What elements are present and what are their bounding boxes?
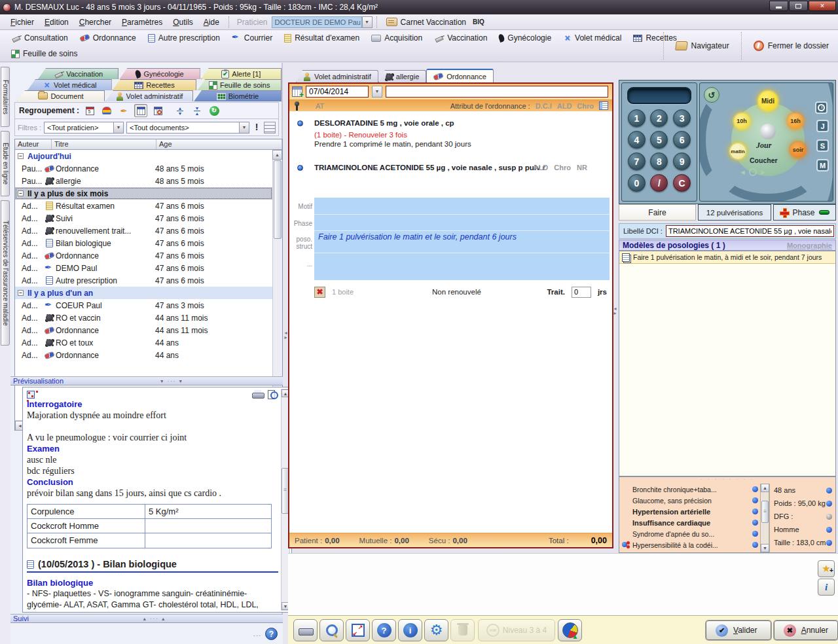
- keypad-key[interactable]: 6: [673, 131, 691, 149]
- help-button[interactable]: ?: [372, 619, 396, 641]
- info-button[interactable]: i: [398, 619, 422, 641]
- jour-sphere-icon[interactable]: [760, 124, 776, 139]
- collapse-icon[interactable]: −: [18, 153, 24, 159]
- rx-bullet-icon[interactable]: [297, 120, 303, 126]
- keypad-key[interactable]: 1: [628, 109, 646, 127]
- calendar-plus-icon[interactable]: [292, 86, 302, 97]
- splitter-dots[interactable]: · · · · · · · ·: [619, 477, 835, 484]
- clock-button[interactable]: [815, 101, 828, 114]
- rail-tab-formulaires[interactable]: Formulaires: [1, 67, 10, 127]
- column-titre[interactable]: Titre: [52, 139, 156, 149]
- navigateur-button[interactable]: Navigateur: [670, 39, 735, 53]
- menu-item[interactable]: Chercher: [74, 16, 117, 29]
- menu-item[interactable]: Outils: [168, 16, 198, 29]
- documents-filter-select[interactable]: <Tout documents> ▼: [126, 122, 249, 134]
- fit-zoom-icon[interactable]: [27, 391, 35, 399]
- jour-unit-button[interactable]: J: [816, 120, 829, 132]
- status-dot-icon[interactable]: [752, 542, 758, 548]
- toolbar-button[interactable]: Vaccination: [429, 32, 492, 44]
- valider-button[interactable]: ✔ Valider: [706, 620, 771, 640]
- phase-field[interactable]: [314, 215, 610, 231]
- status-dot-icon[interactable]: [826, 514, 832, 520]
- table-row[interactable]: Ad... RO et vaccin 44 ans 11 mois: [15, 312, 272, 324]
- menu-item[interactable]: Paramètres: [117, 16, 168, 29]
- table-row[interactable]: Ad... RO et toux 44 ans: [15, 336, 272, 349]
- prev-icon[interactable]: ◄: [739, 168, 746, 176]
- dci-flag[interactable]: D.C.I: [536, 102, 552, 110]
- phase-button[interactable]: Phase: [773, 204, 836, 221]
- splitter-handle-icon[interactable]: ▴ ··· ▴: [29, 616, 280, 622]
- keypad-key[interactable]: 8: [650, 152, 668, 170]
- toolbar-button[interactable]: Acquisition: [367, 32, 427, 44]
- 10h-sun-button[interactable]: 10h: [734, 113, 750, 129]
- pulverisations-button[interactable]: 12 pulvérisations: [698, 204, 771, 221]
- ald-flag[interactable]: ALD: [557, 102, 572, 110]
- panel-splitter[interactable]: ◂▸: [613, 306, 617, 315]
- dial-nav-controls[interactable]: ◄ ►: [739, 168, 767, 176]
- fullscreen-button[interactable]: ↗↙: [346, 619, 370, 641]
- menu-item[interactable]: Fichier: [5, 16, 39, 29]
- problem-item[interactable]: Hypertension artérielle: [619, 506, 760, 517]
- 16h-sun-button[interactable]: 16h: [788, 113, 803, 129]
- panel-tab[interactable]: Volet médical: [27, 79, 112, 90]
- toolbar-button[interactable]: Volet médical: [558, 32, 626, 44]
- date-input[interactable]: [306, 86, 369, 98]
- table-row[interactable]: Ad... Autre prescription 47 ans 6 mois: [15, 274, 272, 287]
- status-dot-icon[interactable]: [752, 486, 758, 492]
- toolbar-button[interactable]: Ordonnance: [75, 32, 141, 44]
- problem-item[interactable]: Syndrome d'apnée du so...: [619, 528, 760, 539]
- print-button[interactable]: [293, 619, 318, 641]
- posologie-model-item[interactable]: Faire 1 pulvérisation le matin, à midi e…: [619, 251, 835, 264]
- table-row[interactable]: Ad... renouvellement trait... 47 ans 6 m…: [15, 224, 272, 237]
- table-row[interactable]: Ad... Bilan biologique 47 ans 6 mois: [15, 237, 272, 249]
- important-filter-icon[interactable]: !: [252, 122, 261, 134]
- table-row[interactable]: Ad... Ordonnance 44 ans: [15, 349, 272, 361]
- table-row[interactable]: Ad... Ordonnance 44 ans 11 mois: [15, 324, 272, 336]
- stats-button[interactable]: [558, 619, 582, 641]
- toolbar-button[interactable]: Consultation: [7, 32, 73, 44]
- collapse-icon[interactable]: −: [18, 290, 24, 296]
- favorites-button[interactable]: ★: [818, 560, 835, 577]
- list-view-icon[interactable]: [599, 101, 608, 110]
- motif-field[interactable]: [314, 198, 610, 215]
- fermer-dossier-button[interactable]: Fermer le dossier: [748, 38, 834, 54]
- splitter-handle-icon[interactable]: ▾ ··· ▾: [64, 378, 280, 384]
- biq-button[interactable]: BIQ: [473, 18, 484, 26]
- keypad-key[interactable]: /: [650, 174, 668, 192]
- status-dot-icon[interactable]: [826, 540, 832, 546]
- scroll-up-icon[interactable]: ▲: [272, 150, 282, 160]
- delete-box-icon[interactable]: ✖: [314, 287, 325, 298]
- status-dot-icon[interactable]: [826, 527, 832, 533]
- dropdown-arrow-icon[interactable]: ▼: [113, 122, 123, 133]
- coucher-button[interactable]: Coucher: [750, 156, 778, 164]
- scroll-thumb[interactable]: [274, 160, 282, 239]
- table-row[interactable]: Pau... allergie 48 ans 5 mois: [15, 175, 272, 187]
- group-by-type-button[interactable]: [100, 104, 113, 117]
- keypad-key[interactable]: 2: [650, 109, 668, 127]
- table-row[interactable]: Pau... Ordonnance 48 ans 5 mois: [15, 162, 272, 175]
- collapse-all-button[interactable]: ▼▲: [191, 104, 204, 117]
- group-calendar-button[interactable]: [134, 104, 147, 117]
- extra-field[interactable]: [314, 253, 610, 280]
- nav-center-icon[interactable]: [749, 168, 757, 176]
- problem-item[interactable]: Hypersensibilité à la codéi...: [619, 539, 760, 550]
- panel-tab[interactable]: Gynécologie: [119, 68, 200, 79]
- keypad-key[interactable]: C: [673, 174, 691, 192]
- panel-tab[interactable]: Volet administratif: [105, 90, 193, 101]
- status-dot-icon[interactable]: [752, 520, 758, 526]
- keypad-key[interactable]: 3: [673, 109, 691, 127]
- problem-item[interactable]: Bronchite chronique+taba...: [619, 484, 760, 495]
- suivi-splitter[interactable]: Suivi ▴ ··· ▴: [10, 614, 283, 623]
- menu-item[interactable]: Edition: [39, 16, 74, 29]
- scroll-up-icon[interactable]: ▲: [761, 484, 769, 492]
- problem-item[interactable]: Insuffisance cardiaque: [619, 517, 760, 528]
- table-row[interactable]: Ad... Suivi 47 ans 6 mois: [15, 212, 272, 224]
- praticien-filter-select[interactable]: <Tout praticien> ▼: [44, 122, 124, 134]
- soir-sun-button[interactable]: soir: [790, 142, 806, 158]
- minimize-button[interactable]: [769, 1, 788, 11]
- toolbar-button[interactable]: Résultat d'examen: [280, 32, 364, 44]
- expand-all-button[interactable]: ▲▼: [173, 104, 187, 117]
- status-dot-icon[interactable]: [826, 501, 832, 507]
- annuler-button[interactable]: ✖ Annuler: [774, 620, 838, 640]
- table-row[interactable]: Ad... Résultat examen 47 ans 6 mois: [15, 200, 272, 212]
